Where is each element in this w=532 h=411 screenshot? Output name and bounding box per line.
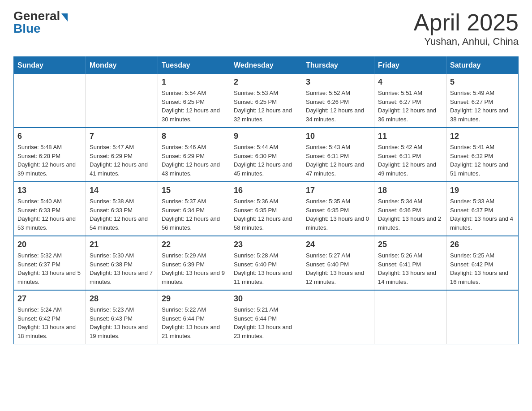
day-info: Sunrise: 5:54 AMSunset: 6:25 PMDaylight:… [162,89,226,124]
weekday-header-tuesday: Tuesday [158,57,230,74]
day-number: 9 [234,132,298,141]
day-number: 26 [450,240,515,249]
logo-arrow-icon [61,13,68,21]
day-number: 25 [378,240,442,249]
day-info: Sunrise: 5:24 AMSunset: 6:42 PMDaylight:… [17,305,82,340]
calendar-title: April 2025 [414,9,519,36]
calendar-cell: 23Sunrise: 5:28 AMSunset: 6:40 PMDayligh… [230,236,302,290]
day-info: Sunrise: 5:47 AMSunset: 6:29 PMDaylight:… [90,143,154,178]
weekday-header-monday: Monday [86,57,158,74]
calendar-subtitle: Yushan, Anhui, China [414,36,519,47]
calendar-cell: 25Sunrise: 5:26 AMSunset: 6:41 PMDayligh… [374,236,446,290]
calendar-cell: 17Sunrise: 5:35 AMSunset: 6:35 PMDayligh… [302,182,374,236]
day-info: Sunrise: 5:40 AMSunset: 6:33 PMDaylight:… [17,197,82,232]
logo: General Blue [13,9,68,36]
day-number: 3 [306,77,370,87]
page-header: General Blue April 2025 Yushan, Anhui, C… [13,9,519,47]
calendar-cell [14,74,86,128]
day-number: 11 [378,132,442,141]
day-number: 22 [162,240,226,249]
calendar-cell: 6Sunrise: 5:48 AMSunset: 6:28 PMDaylight… [14,128,86,182]
day-number: 27 [17,294,82,304]
calendar-cell: 7Sunrise: 5:47 AMSunset: 6:29 PMDaylight… [86,128,158,182]
calendar-cell: 5Sunrise: 5:49 AMSunset: 6:27 PMDaylight… [446,74,519,128]
calendar-header-row: SundayMondayTuesdayWednesdayThursdayFrid… [14,57,519,74]
day-number: 1 [162,77,226,87]
calendar-cell: 8Sunrise: 5:46 AMSunset: 6:29 PMDaylight… [158,128,230,182]
calendar-cell [86,74,158,128]
calendar-cell: 27Sunrise: 5:24 AMSunset: 6:42 PMDayligh… [14,290,86,344]
day-number: 6 [17,132,82,141]
day-info: Sunrise: 5:41 AMSunset: 6:32 PMDaylight:… [450,143,515,178]
day-info: Sunrise: 5:35 AMSunset: 6:35 PMDaylight:… [306,197,370,232]
day-number: 19 [450,186,515,195]
calendar-cell: 2Sunrise: 5:53 AMSunset: 6:25 PMDaylight… [230,74,302,128]
calendar-table: SundayMondayTuesdayWednesdayThursdayFrid… [13,56,519,344]
day-number: 24 [306,240,370,249]
logo-blue-text: Blue [13,21,41,36]
day-info: Sunrise: 5:21 AMSunset: 6:44 PMDaylight:… [234,305,298,340]
calendar-week-2: 6Sunrise: 5:48 AMSunset: 6:28 PMDaylight… [14,128,519,182]
calendar-cell: 30Sunrise: 5:21 AMSunset: 6:44 PMDayligh… [230,290,302,344]
calendar-cell: 10Sunrise: 5:43 AMSunset: 6:31 PMDayligh… [302,128,374,182]
day-number: 12 [450,132,515,141]
day-info: Sunrise: 5:52 AMSunset: 6:26 PMDaylight:… [306,89,370,124]
day-info: Sunrise: 5:26 AMSunset: 6:41 PMDaylight:… [378,251,442,286]
calendar-cell: 21Sunrise: 5:30 AMSunset: 6:38 PMDayligh… [86,236,158,290]
calendar-cell: 3Sunrise: 5:52 AMSunset: 6:26 PMDaylight… [302,74,374,128]
day-number: 30 [234,294,298,304]
day-info: Sunrise: 5:38 AMSunset: 6:33 PMDaylight:… [90,197,154,232]
day-info: Sunrise: 5:29 AMSunset: 6:39 PMDaylight:… [162,251,226,286]
day-info: Sunrise: 5:48 AMSunset: 6:28 PMDaylight:… [17,143,82,178]
calendar-cell: 15Sunrise: 5:37 AMSunset: 6:34 PMDayligh… [158,182,230,236]
day-number: 14 [90,186,154,195]
calendar-cell: 24Sunrise: 5:27 AMSunset: 6:40 PMDayligh… [302,236,374,290]
calendar-week-4: 20Sunrise: 5:32 AMSunset: 6:37 PMDayligh… [14,236,519,290]
day-info: Sunrise: 5:36 AMSunset: 6:35 PMDaylight:… [234,197,298,232]
day-number: 7 [90,132,154,141]
day-info: Sunrise: 5:44 AMSunset: 6:30 PMDaylight:… [234,143,298,178]
day-info: Sunrise: 5:30 AMSunset: 6:38 PMDaylight:… [90,251,154,286]
day-info: Sunrise: 5:22 AMSunset: 6:44 PMDaylight:… [162,305,226,340]
day-info: Sunrise: 5:28 AMSunset: 6:40 PMDaylight:… [234,251,298,286]
day-info: Sunrise: 5:51 AMSunset: 6:27 PMDaylight:… [378,89,442,124]
day-number: 17 [306,186,370,195]
calendar-cell: 19Sunrise: 5:33 AMSunset: 6:37 PMDayligh… [446,182,519,236]
day-number: 28 [90,294,154,304]
calendar-cell: 28Sunrise: 5:23 AMSunset: 6:43 PMDayligh… [86,290,158,344]
weekday-header-sunday: Sunday [14,57,86,74]
day-number: 2 [234,77,298,87]
weekday-header-thursday: Thursday [302,57,374,74]
day-info: Sunrise: 5:53 AMSunset: 6:25 PMDaylight:… [234,89,298,124]
weekday-header-saturday: Saturday [446,57,519,74]
calendar-week-5: 27Sunrise: 5:24 AMSunset: 6:42 PMDayligh… [14,290,519,344]
day-info: Sunrise: 5:33 AMSunset: 6:37 PMDaylight:… [450,197,515,232]
day-number: 4 [378,77,442,87]
day-info: Sunrise: 5:23 AMSunset: 6:43 PMDaylight:… [90,305,154,340]
calendar-week-1: 1Sunrise: 5:54 AMSunset: 6:25 PMDaylight… [14,74,519,128]
weekday-header-friday: Friday [374,57,446,74]
calendar-cell: 11Sunrise: 5:42 AMSunset: 6:31 PMDayligh… [374,128,446,182]
day-number: 21 [90,240,154,249]
calendar-cell: 22Sunrise: 5:29 AMSunset: 6:39 PMDayligh… [158,236,230,290]
day-info: Sunrise: 5:27 AMSunset: 6:40 PMDaylight:… [306,251,370,286]
calendar-cell: 20Sunrise: 5:32 AMSunset: 6:37 PMDayligh… [14,236,86,290]
calendar-cell [302,290,374,344]
calendar-cell: 4Sunrise: 5:51 AMSunset: 6:27 PMDaylight… [374,74,446,128]
title-section: April 2025 Yushan, Anhui, China [414,9,519,47]
day-number: 16 [234,186,298,195]
calendar-cell: 9Sunrise: 5:44 AMSunset: 6:30 PMDaylight… [230,128,302,182]
calendar-cell: 29Sunrise: 5:22 AMSunset: 6:44 PMDayligh… [158,290,230,344]
weekday-header-wednesday: Wednesday [230,57,302,74]
day-info: Sunrise: 5:25 AMSunset: 6:42 PMDaylight:… [450,251,515,286]
calendar-cell: 13Sunrise: 5:40 AMSunset: 6:33 PMDayligh… [14,182,86,236]
calendar-cell: 14Sunrise: 5:38 AMSunset: 6:33 PMDayligh… [86,182,158,236]
day-info: Sunrise: 5:37 AMSunset: 6:34 PMDaylight:… [162,197,226,232]
day-info: Sunrise: 5:46 AMSunset: 6:29 PMDaylight:… [162,143,226,178]
day-number: 18 [378,186,442,195]
calendar-week-3: 13Sunrise: 5:40 AMSunset: 6:33 PMDayligh… [14,182,519,236]
calendar-cell: 16Sunrise: 5:36 AMSunset: 6:35 PMDayligh… [230,182,302,236]
day-info: Sunrise: 5:34 AMSunset: 6:36 PMDaylight:… [378,197,442,232]
day-number: 8 [162,132,226,141]
calendar-cell: 26Sunrise: 5:25 AMSunset: 6:42 PMDayligh… [446,236,519,290]
